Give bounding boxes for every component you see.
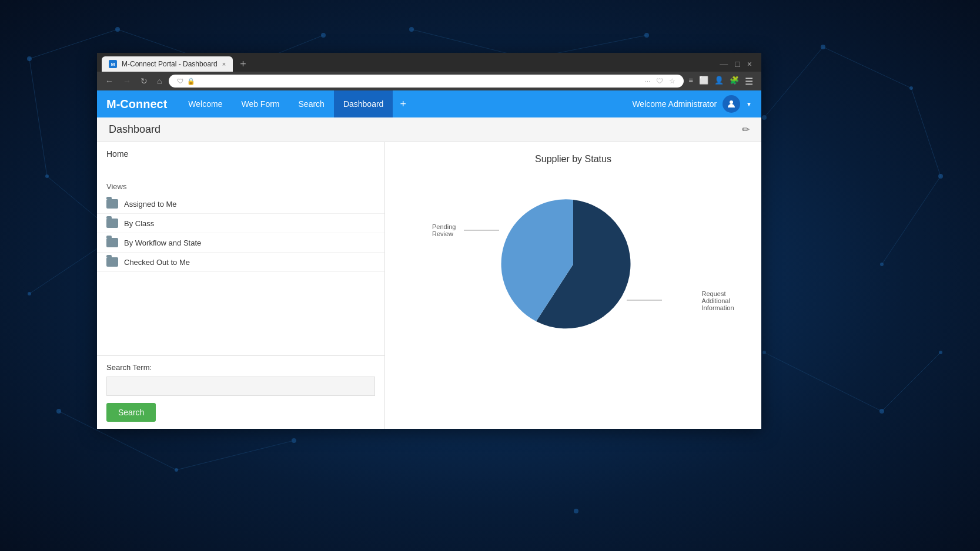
bookmark-icon[interactable]: ☆ (669, 77, 675, 85)
view-item-byclass[interactable]: By Class (97, 214, 384, 233)
svg-point-27 (762, 115, 767, 120)
svg-line-3 (29, 59, 47, 176)
edit-icon[interactable]: ✏ (742, 124, 750, 135)
lock-icon: 🔒 (187, 78, 195, 85)
user-dropdown-icon[interactable]: ▼ (746, 101, 752, 107)
nav-item-welcome[interactable]: Welcome (179, 90, 232, 117)
svg-line-7 (911, 88, 941, 176)
user-avatar[interactable] (723, 95, 740, 113)
views-section[interactable]: Home Views Assigned to Me By Class By Wo… (97, 142, 384, 355)
page-header: Dashboard ✏ (97, 117, 761, 142)
svg-line-12 (764, 352, 882, 411)
svg-point-34 (409, 27, 414, 32)
svg-point-30 (292, 438, 296, 443)
folder-icon-byclass (106, 219, 118, 228)
new-tab-button[interactable]: + (235, 58, 251, 70)
svg-point-37 (574, 509, 578, 513)
page-title: Dashboard (109, 123, 160, 136)
browser-chrome: M M-Connect Portal - Dashboard × + — □ ×… (97, 53, 761, 90)
label-pending-review: Pending Review (432, 223, 517, 237)
tab-bar: M M-Connect Portal - Dashboard × + — □ × (97, 53, 761, 72)
home-label: Home (97, 142, 384, 166)
label-request-line (627, 300, 699, 302)
forward-button[interactable]: → (121, 75, 133, 87)
view-label-checkedout: Checked Out to Me (124, 258, 190, 267)
label-pending-text: Pending Review (432, 223, 461, 237)
nav-item-search[interactable]: Search (289, 90, 334, 117)
view-label-assigned: Assigned to Me (124, 200, 177, 209)
home-button[interactable]: ⌂ (155, 75, 164, 87)
svg-point-19 (321, 33, 326, 38)
chart-title: Supplier by Status (535, 154, 611, 164)
label-pending-line (464, 230, 517, 231)
extensions-icon[interactable]: 🧩 (730, 76, 739, 87)
tab-title: M-Connect Portal - Dashboard (122, 60, 218, 68)
search-section: Search Term: Search (97, 355, 384, 429)
menu-icon[interactable]: ☰ (745, 76, 753, 87)
view-item-assigned[interactable]: Assigned to Me (97, 194, 384, 214)
welcome-text: Welcome Administrator (632, 99, 717, 109)
main-content: Home Views Assigned to Me By Class By Wo… (97, 142, 761, 429)
svg-point-28 (56, 409, 61, 414)
app-logo: M-Connect (106, 98, 167, 111)
shield-verify-icon: 🛡 (656, 77, 663, 85)
nav-plus-button[interactable]: + (393, 90, 413, 117)
svg-line-13 (882, 352, 941, 411)
right-panel: Supplier by Status Pending (385, 142, 761, 429)
svg-point-26 (880, 263, 884, 266)
tab-favicon: M (109, 60, 117, 68)
nav-bar: M-Connect Welcome Web Form Search Dashbo… (97, 90, 761, 117)
nav-item-webform[interactable]: Web Form (232, 90, 289, 117)
pie-chart-container: Pending Review Request Additional Inform… (485, 176, 661, 352)
browser-tab-active[interactable]: M M-Connect Portal - Dashboard × (102, 56, 233, 72)
svg-point-33 (939, 351, 942, 354)
search-button[interactable]: Search (106, 403, 156, 422)
view-item-byworkflow[interactable]: By Workflow and State (97, 233, 384, 253)
label-request-info: Request Additional Information (627, 290, 752, 311)
window-controls: — □ × (720, 59, 757, 69)
browser-actions: ≡ ⬜ 👤 🧩 ☰ (688, 76, 755, 87)
back-button[interactable]: ← (103, 75, 116, 87)
label-request-text: Request Additional Information (702, 290, 752, 311)
reader-icon[interactable]: ≡ (688, 76, 693, 87)
view-label-byclass: By Class (124, 219, 154, 228)
address-bar-row: ← → ↻ ⌂ 🛡 🔒 ··· 🛡 ☆ ≡ ⬜ 👤 🧩 ☰ (97, 72, 761, 90)
search-input[interactable] (106, 377, 375, 396)
pie-chart-svg (485, 176, 661, 352)
svg-point-36 (644, 33, 649, 38)
address-menu-icon[interactable]: ··· (644, 77, 650, 85)
address-bar[interactable]: 🛡 🔒 ··· 🛡 ☆ (169, 75, 684, 88)
svg-point-22 (28, 292, 31, 295)
svg-point-32 (879, 409, 884, 414)
minimize-button[interactable]: — (720, 59, 728, 69)
profile-icon[interactable]: 👤 (714, 76, 724, 87)
nav-right: Welcome Administrator ▼ (632, 95, 752, 113)
folder-icon-byworkflow (106, 238, 118, 247)
svg-line-6 (823, 47, 911, 88)
folder-icon-checkedout (106, 257, 118, 267)
svg-point-24 (909, 86, 913, 90)
svg-line-9 (764, 47, 823, 117)
view-item-checkedout[interactable]: Checked Out to Me (97, 253, 384, 272)
close-button[interactable]: × (747, 59, 752, 69)
view-label-byworkflow: By Workflow and State (124, 238, 201, 247)
svg-point-31 (762, 351, 766, 354)
tab-close-button[interactable]: × (222, 61, 226, 68)
browser-window: M M-Connect Portal - Dashboard × + — □ ×… (97, 53, 761, 429)
nav-item-dashboard[interactable]: Dashboard (334, 90, 393, 117)
refresh-button[interactable]: ↻ (138, 75, 150, 87)
search-term-label: Search Term: (106, 363, 375, 372)
svg-point-17 (115, 27, 120, 32)
app-content: M-Connect Welcome Web Form Search Dashbo… (97, 90, 761, 429)
views-label: Views (97, 177, 384, 194)
nav-items: Welcome Web Form Search Dashboard + (179, 90, 413, 117)
left-panel: Home Views Assigned to Me By Class By Wo… (97, 142, 385, 429)
svg-line-11 (176, 441, 294, 470)
svg-point-29 (175, 468, 178, 472)
maximize-button[interactable]: □ (735, 59, 740, 69)
tab-view-icon[interactable]: ⬜ (699, 76, 708, 87)
svg-line-8 (882, 176, 941, 264)
folder-icon-assigned (106, 199, 118, 209)
svg-point-38 (730, 100, 733, 104)
svg-point-16 (27, 56, 32, 61)
